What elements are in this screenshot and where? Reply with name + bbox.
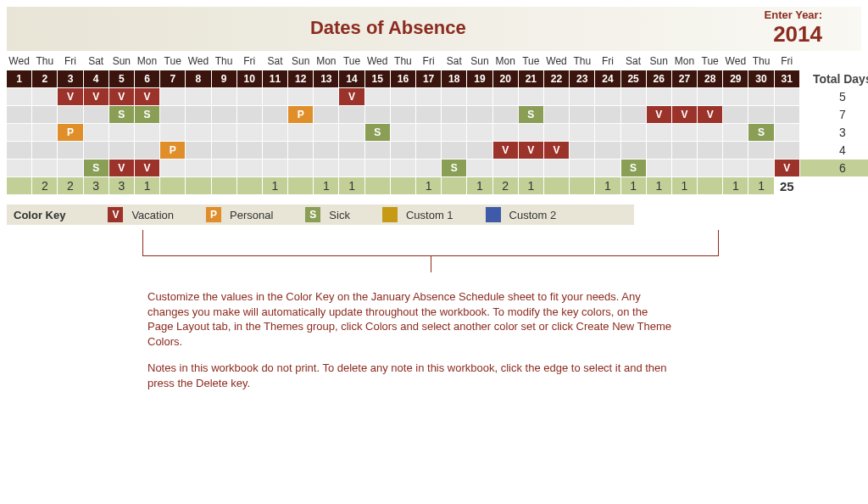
absence-cell[interactable]: V: [698, 106, 722, 123]
absence-cell[interactable]: [365, 160, 390, 176]
absence-cell[interactable]: [339, 142, 364, 159]
absence-cell[interactable]: [84, 142, 108, 159]
absence-cell[interactable]: [595, 142, 620, 159]
absence-cell[interactable]: S: [748, 124, 773, 141]
absence-cell[interactable]: [32, 160, 57, 176]
absence-cell[interactable]: V: [135, 88, 159, 105]
absence-cell[interactable]: [672, 124, 697, 141]
absence-cell[interactable]: [775, 124, 799, 141]
absence-cell[interactable]: [237, 88, 262, 105]
absence-cell[interactable]: [160, 124, 185, 141]
absence-cell[interactable]: V: [109, 160, 134, 176]
absence-cell[interactable]: [647, 160, 671, 176]
absence-cell[interactable]: V: [493, 142, 518, 159]
absence-cell[interactable]: V: [58, 88, 82, 105]
absence-cell[interactable]: [595, 124, 620, 141]
absence-cell[interactable]: [237, 142, 262, 159]
absence-cell[interactable]: [314, 88, 338, 105]
absence-cell[interactable]: V: [135, 160, 159, 176]
absence-cell[interactable]: [775, 142, 799, 159]
absence-cell[interactable]: [416, 124, 441, 141]
absence-cell[interactable]: [748, 142, 773, 159]
absence-cell[interactable]: [109, 142, 134, 159]
absence-cell[interactable]: S: [519, 106, 543, 123]
absence-cell[interactable]: [416, 88, 441, 105]
absence-cell[interactable]: [519, 124, 543, 141]
absence-cell[interactable]: [7, 106, 31, 123]
absence-cell[interactable]: S: [442, 160, 466, 176]
absence-cell[interactable]: [748, 106, 773, 123]
absence-cell[interactable]: [391, 106, 415, 123]
absence-cell[interactable]: V: [775, 160, 799, 176]
absence-cell[interactable]: [314, 142, 338, 159]
absence-cell[interactable]: [723, 142, 748, 159]
absence-cell[interactable]: [288, 88, 313, 105]
absence-cell[interactable]: [288, 124, 313, 141]
absence-cell[interactable]: V: [647, 106, 671, 123]
absence-cell[interactable]: [186, 124, 210, 141]
absence-cell[interactable]: [263, 124, 287, 141]
absence-cell[interactable]: [570, 160, 594, 176]
absence-cell[interactable]: [595, 88, 620, 105]
absence-cell[interactable]: [595, 106, 620, 123]
absence-cell[interactable]: [391, 124, 415, 141]
absence-cell[interactable]: [775, 88, 799, 105]
absence-cell[interactable]: [621, 124, 646, 141]
absence-cell[interactable]: [212, 106, 236, 123]
absence-cell[interactable]: [647, 124, 671, 141]
absence-cell[interactable]: V: [109, 88, 134, 105]
absence-cell[interactable]: [723, 124, 748, 141]
absence-cell[interactable]: S: [135, 106, 159, 123]
absence-cell[interactable]: [442, 142, 466, 159]
absence-cell[interactable]: [288, 142, 313, 159]
absence-cell[interactable]: [186, 160, 210, 176]
absence-cell[interactable]: [365, 142, 390, 159]
absence-cell[interactable]: S: [365, 124, 390, 141]
absence-cell[interactable]: [647, 142, 671, 159]
absence-cell[interactable]: [467, 88, 492, 105]
absence-cell[interactable]: P: [58, 124, 82, 141]
absence-cell[interactable]: [621, 142, 646, 159]
absence-cell[interactable]: V: [672, 106, 697, 123]
absence-cell[interactable]: [442, 124, 466, 141]
absence-cell[interactable]: [570, 106, 594, 123]
absence-cell[interactable]: P: [288, 106, 313, 123]
absence-cell[interactable]: [32, 88, 57, 105]
absence-cell[interactable]: [544, 124, 569, 141]
absence-cell[interactable]: [7, 160, 31, 176]
absence-cell[interactable]: [391, 160, 415, 176]
absence-cell[interactable]: [544, 160, 569, 176]
absence-cell[interactable]: [748, 160, 773, 176]
absence-cell[interactable]: [32, 124, 57, 141]
absence-cell[interactable]: [621, 88, 646, 105]
absence-cell[interactable]: [442, 88, 466, 105]
absence-cell[interactable]: [493, 88, 518, 105]
absence-cell[interactable]: [595, 160, 620, 176]
absence-cell[interactable]: [493, 160, 518, 176]
absence-cell[interactable]: [160, 106, 185, 123]
absence-cell[interactable]: [160, 160, 185, 176]
absence-cell[interactable]: [698, 124, 722, 141]
absence-cell[interactable]: [58, 106, 82, 123]
absence-cell[interactable]: P: [160, 142, 185, 159]
absence-cell[interactable]: [467, 142, 492, 159]
absence-cell[interactable]: [748, 88, 773, 105]
absence-cell[interactable]: [58, 160, 82, 176]
absence-cell[interactable]: [698, 160, 722, 176]
absence-cell[interactable]: [237, 160, 262, 176]
absence-cell[interactable]: [672, 88, 697, 105]
absence-cell[interactable]: [467, 106, 492, 123]
absence-cell[interactable]: [212, 124, 236, 141]
absence-cell[interactable]: [519, 88, 543, 105]
absence-cell[interactable]: [467, 124, 492, 141]
absence-cell[interactable]: [467, 160, 492, 176]
absence-cell[interactable]: [135, 124, 159, 141]
absence-cell[interactable]: [775, 106, 799, 123]
absence-cell[interactable]: [7, 124, 31, 141]
absence-cell[interactable]: [160, 88, 185, 105]
absence-cell[interactable]: [135, 142, 159, 159]
absence-cell[interactable]: [339, 106, 364, 123]
absence-cell[interactable]: [365, 88, 390, 105]
absence-cell[interactable]: [288, 160, 313, 176]
absence-cell[interactable]: [723, 160, 748, 176]
